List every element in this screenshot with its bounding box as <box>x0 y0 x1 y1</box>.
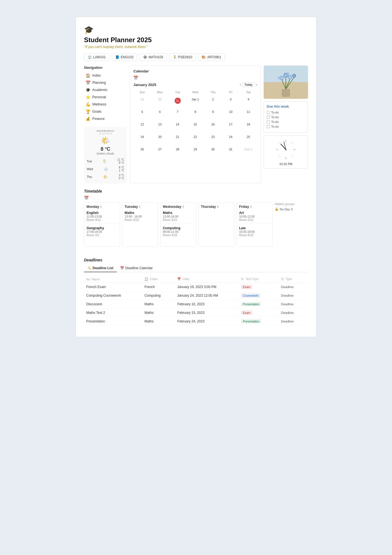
cal-cell[interactable]: 15 <box>187 120 204 132</box>
sidebar-item-index[interactable]: 🏠 Index <box>84 72 127 79</box>
weather-desc: broken clouds <box>87 152 124 155</box>
calendar-next-btn[interactable]: › <box>256 83 257 87</box>
deadline-tab-list[interactable]: 🏷️ Deadline List <box>84 264 117 272</box>
cal-cell[interactable]: 18 <box>240 120 257 132</box>
deadline-tab-calendar[interactable]: 📅 Deadline Calendar <box>117 264 156 272</box>
deadline-cal-label: Deadline Calendar <box>125 266 153 270</box>
sidebar-item-wellness[interactable]: 💪 Wellness <box>84 101 127 108</box>
day-column-tuesday: Tuesday 1 Maths 13:00 - 16:00 Room 3/15 <box>122 202 158 247</box>
cal-cell[interactable]: 25 <box>240 132 257 145</box>
class-item: English 11:00-13:00 Room 4/12 <box>86 211 118 224</box>
cal-cell[interactable]: 11 <box>240 107 257 120</box>
calendar-title: Calendar <box>133 69 257 73</box>
day-count-monday: 2 <box>100 205 102 208</box>
day-column-wednesday: Wednesday 2 Maths 13:00-16:00 Room 3/15 … <box>160 202 196 247</box>
svg-line-28 <box>278 155 279 156</box>
todo-checkbox-3[interactable] <box>267 120 270 123</box>
cal-cell[interactable]: 5 <box>133 107 151 120</box>
class-name: Law <box>239 226 270 230</box>
deadlines-title: Deadlines <box>84 258 308 262</box>
app-logo: 🎓 <box>84 25 94 34</box>
cal-cell[interactable]: 6 <box>151 107 169 120</box>
col-header-type: ☰ Type <box>279 276 308 283</box>
deadline-list-label: Deadline List <box>93 266 113 270</box>
timetable-title: Timetable <box>84 189 308 193</box>
cal-cell[interactable]: 29 <box>187 145 204 157</box>
col-icon-date: 📅 <box>177 277 181 281</box>
cal-cell[interactable]: 16 <box>204 120 222 132</box>
todo-checkbox-2[interactable] <box>267 116 270 119</box>
cal-cell[interactable]: 28 <box>169 145 187 157</box>
cal-cell[interactable]: 26 <box>133 145 151 157</box>
cal-cell[interactable]: 20 <box>151 132 169 145</box>
deadline-testtype: Coursework <box>239 291 279 300</box>
course-tab-art0901[interactable]: 🎨ART0901 <box>198 53 225 61</box>
cal-cell[interactable]: 7 <box>169 107 187 120</box>
svg-point-8 <box>281 77 283 79</box>
cal-cell[interactable]: 13 <box>151 120 169 132</box>
deadline-type: Deadline <box>279 291 308 300</box>
class-time: 11:00-13:00 <box>86 215 118 218</box>
cal-cell[interactable]: 4 <box>240 95 257 107</box>
course-tab-pse0910[interactable]: 🏃PSE0910 <box>169 53 196 61</box>
deadline-testtype: Presentation <box>239 300 279 309</box>
cal-cell[interactable]: Feb 1 <box>240 145 257 157</box>
svg-point-16 <box>283 75 286 78</box>
todo-item-3[interactable]: To-do <box>267 120 305 123</box>
todo-item-1[interactable]: To-do <box>267 111 305 114</box>
cal-cell[interactable]: 31 <box>222 145 240 157</box>
calendar-nav-icon[interactable]: 📅 <box>133 75 257 80</box>
class-room: Room 2/2 <box>86 233 118 237</box>
cal-cell[interactable]: 22 <box>187 132 204 145</box>
cal-cell-today[interactable]: 31 <box>169 95 187 107</box>
todo-item-4[interactable]: To-do <box>267 125 305 128</box>
calendar-prev-btn[interactable]: ‹ <box>240 83 241 87</box>
class-item: Computing 09:00-11:00 Room 3/18 <box>163 226 194 237</box>
cal-cell[interactable]: 24 <box>222 132 240 145</box>
deadline-class: Maths <box>142 309 175 317</box>
cal-cell[interactable]: 14 <box>169 120 187 132</box>
day-name-monday: Monday <box>86 205 99 209</box>
cal-cell[interactable]: 12 <box>133 120 151 132</box>
finance-icon: 💰 <box>86 117 90 121</box>
no-day-item: 🔒 No Day 0 <box>275 207 308 211</box>
cal-cell[interactable]: Jan 1 <box>187 95 204 107</box>
deadline-date: February 10, 2023 <box>175 300 239 309</box>
class-room: Room 8/15 <box>239 233 270 237</box>
cal-cell[interactable]: 3 <box>222 95 240 107</box>
cal-cell[interactable]: 10 <box>222 107 240 120</box>
cal-cell[interactable]: 8 <box>187 107 204 120</box>
cal-cell[interactable]: 9 <box>204 107 222 120</box>
todo-item-2[interactable]: To-do <box>267 115 305 119</box>
course-tab-math103[interactable]: ➗MATH103 <box>139 53 167 61</box>
col-icon-type: ☰ <box>281 277 284 281</box>
cal-cell[interactable]: 30 <box>151 95 169 107</box>
cal-cell[interactable]: 21 <box>169 132 187 145</box>
day-header-thursday: Thursday 0 <box>201 205 232 209</box>
sidebar-item-personal[interactable]: ⭐ Personal <box>84 94 127 101</box>
course-tab-eng102[interactable]: 📘ENG102 <box>112 53 137 61</box>
cal-cell[interactable]: 23 <box>204 132 222 145</box>
todo-checkbox-1[interactable] <box>267 111 270 114</box>
day-name-wednesday: Wednesday <box>163 205 181 209</box>
navigation-title: Navigation <box>84 65 127 70</box>
cal-cell[interactable]: 29 <box>133 95 151 107</box>
class-time: 13:00-16:00 <box>163 215 194 218</box>
cal-cell[interactable]: 2 <box>204 95 222 107</box>
deadline-cal-icon: 📅 <box>120 266 124 270</box>
cal-cell[interactable]: 19 <box>133 132 151 145</box>
todo-checkbox-4[interactable] <box>267 125 270 128</box>
cal-cell[interactable]: 27 <box>151 145 169 157</box>
cal-cell[interactable]: 30 <box>204 145 222 157</box>
deadline-table: Aa Name 📋 Class 📅 Date ☰ Test Type ☰ Typ… <box>84 276 308 326</box>
sidebar-item-goals[interactable]: 🏆 Goals <box>84 108 127 115</box>
cal-cell[interactable]: 17 <box>222 120 240 132</box>
calendar-today-btn[interactable]: Today <box>242 82 255 87</box>
sidebar-item-academic[interactable]: 🎓 Academic <box>84 86 127 94</box>
cal-header-fri: Fri <box>222 89 240 95</box>
sidebar-item-finance[interactable]: 💰 Finance <box>84 115 127 122</box>
col-header-date: 📅 Date <box>175 276 239 283</box>
course-tab-law101[interactable]: ⚖️LAW101 <box>84 53 110 61</box>
deadline-date: January 24, 2023 12:00 AM <box>175 291 239 300</box>
sidebar-item-planning[interactable]: 📅 Planning <box>84 79 127 86</box>
